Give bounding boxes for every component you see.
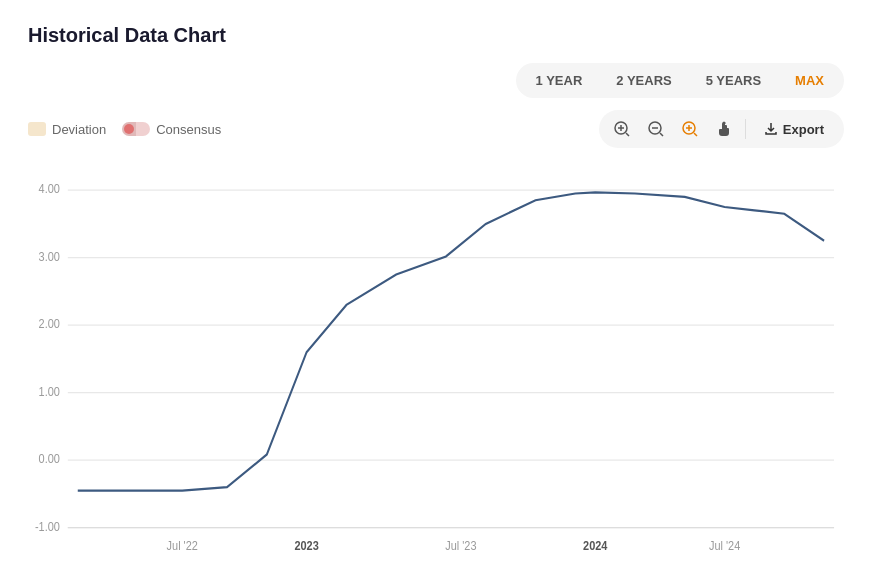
svg-line-6 — [660, 133, 663, 136]
chart-area: 4.00 3.00 2.00 1.00 0.00 -1.00 Jul '22 2… — [28, 162, 844, 567]
x-label-jul24: Jul '24 — [709, 538, 741, 552]
zoom-out-button[interactable] — [641, 114, 671, 144]
time-btn-1year[interactable]: 1 YEAR — [520, 67, 599, 94]
zoom-magnify-button[interactable] — [675, 114, 705, 144]
x-label-jul23: Jul '23 — [445, 538, 476, 552]
y-label-neg100: -1.00 — [35, 519, 60, 533]
y-label-400: 4.00 — [39, 182, 61, 196]
chart-legend: Deviation Consensus — [28, 122, 221, 137]
y-label-100: 1.00 — [39, 384, 61, 398]
zoom-in-button[interactable] — [607, 114, 637, 144]
time-buttons-group: 1 YEAR 2 YEARS 5 YEARS MAX — [516, 63, 844, 98]
export-label: Export — [783, 122, 824, 137]
chart-line — [78, 192, 824, 490]
consensus-label: Consensus — [156, 122, 221, 137]
legend-consensus: Consensus — [122, 122, 221, 137]
svg-line-3 — [626, 133, 629, 136]
svg-line-10 — [694, 133, 697, 136]
deviation-label: Deviation — [52, 122, 106, 137]
deviation-swatch — [28, 122, 46, 136]
x-label-2024: 2024 — [583, 538, 608, 552]
export-button[interactable]: Export — [752, 117, 836, 142]
chart-toolbar: Export — [599, 110, 844, 148]
time-btn-5years[interactable]: 5 YEARS — [690, 67, 777, 94]
time-controls-row: 1 YEAR 2 YEARS 5 YEARS MAX — [28, 63, 844, 98]
x-label-jul22: Jul '22 — [167, 538, 198, 552]
time-btn-2years[interactable]: 2 YEARS — [600, 67, 687, 94]
y-label-200: 2.00 — [39, 317, 61, 331]
page-title: Historical Data Chart — [28, 24, 844, 47]
toolbar-divider — [745, 119, 746, 139]
main-container: Historical Data Chart 1 YEAR 2 YEARS 5 Y… — [0, 0, 872, 587]
legend-deviation: Deviation — [28, 122, 106, 137]
y-label-300: 3.00 — [39, 249, 61, 263]
legend-toolbar-row: Deviation Consensus — [28, 110, 844, 148]
x-label-2023: 2023 — [294, 538, 319, 552]
consensus-swatch — [122, 122, 150, 136]
chart-svg: 4.00 3.00 2.00 1.00 0.00 -1.00 Jul '22 2… — [28, 162, 844, 567]
y-label-000: 0.00 — [39, 452, 61, 466]
time-btn-max[interactable]: MAX — [779, 67, 840, 94]
pan-button[interactable] — [709, 114, 739, 144]
